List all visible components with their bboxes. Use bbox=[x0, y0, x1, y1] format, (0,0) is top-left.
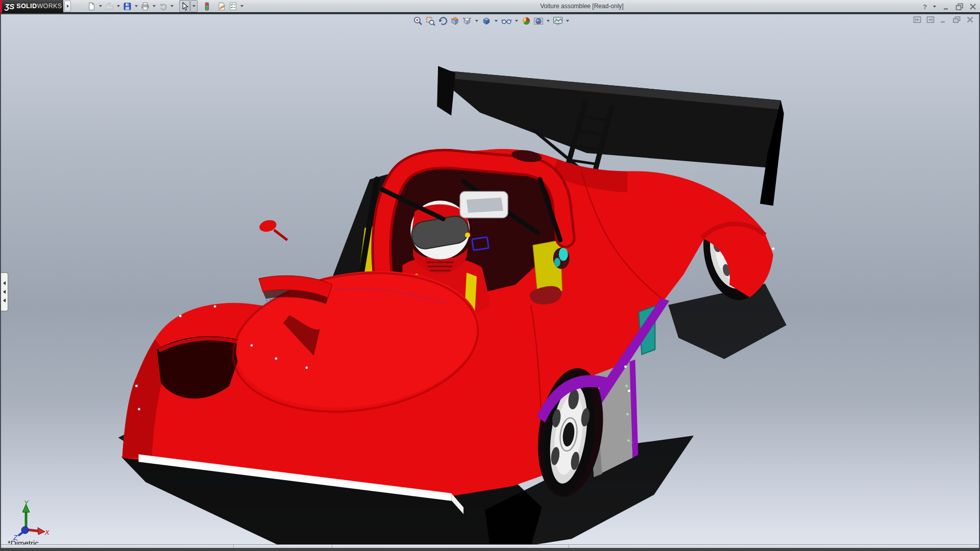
open-document-button[interactable] bbox=[104, 0, 115, 12]
view-settings-caret[interactable] bbox=[566, 20, 569, 22]
minimize-document-icon[interactable] bbox=[940, 16, 947, 23]
side-mirror[interactable] bbox=[258, 218, 287, 240]
solidworks-logo: ƷSSOLIDWORKS bbox=[0, 0, 63, 13]
solidworks-window: ƷSSOLIDWORKS bbox=[0, 0, 980, 551]
toolbar-flyout-button[interactable] bbox=[64, 1, 71, 12]
edit-appearance-button[interactable] bbox=[521, 15, 532, 27]
display-style-caret[interactable] bbox=[495, 20, 498, 22]
view-orientation-cube-icon bbox=[462, 16, 472, 26]
save-dropdown-caret[interactable] bbox=[135, 5, 138, 7]
section-view-icon bbox=[450, 16, 460, 26]
expand-pane-arrow-icon bbox=[3, 290, 6, 294]
options-checklist-icon bbox=[229, 2, 237, 11]
heads-up-view-toolbar bbox=[412, 15, 571, 27]
standard-toolbar bbox=[86, 0, 245, 12]
save-button[interactable] bbox=[122, 0, 133, 12]
helmet-ear-dot bbox=[465, 233, 470, 238]
print-dropdown-caret[interactable] bbox=[153, 5, 156, 7]
close-window-icon[interactable] bbox=[969, 3, 977, 11]
graphics-viewport[interactable]: Y X Z *Dimetric bbox=[0, 14, 980, 548]
hide-show-glasses-icon bbox=[501, 16, 512, 26]
help-button[interactable]: ? bbox=[923, 3, 927, 11]
new-document-button[interactable] bbox=[86, 0, 97, 12]
feature-manager-collapsed-tab[interactable] bbox=[1, 272, 8, 311]
solidworks-logo-bold: SOLID bbox=[16, 3, 37, 10]
select-dropdown-caret bbox=[192, 5, 195, 7]
next-pane-icon[interactable] bbox=[926, 16, 935, 23]
zoom-to-area-button[interactable] bbox=[425, 15, 436, 27]
previous-view-button[interactable] bbox=[437, 15, 448, 27]
print-icon bbox=[141, 2, 150, 11]
status-strip bbox=[1, 544, 979, 548]
solidworks-logo-mark: ƷS bbox=[5, 2, 14, 11]
select-tool-button[interactable] bbox=[179, 0, 190, 12]
orientation-triad[interactable]: Y X Z bbox=[9, 499, 49, 540]
rear-view-mirror[interactable] bbox=[460, 191, 508, 218]
help-dropdown-caret[interactable] bbox=[933, 6, 936, 8]
view-orientation-caret[interactable] bbox=[475, 20, 478, 22]
solidworks-logo-light: WORKS bbox=[37, 3, 62, 10]
options-dropdown-caret[interactable] bbox=[240, 5, 243, 7]
restore-document-icon[interactable] bbox=[952, 16, 961, 23]
apply-scene-button[interactable] bbox=[533, 15, 544, 27]
teal-marker-light-small[interactable] bbox=[554, 258, 560, 267]
display-style-button[interactable] bbox=[481, 15, 492, 27]
title-bar: ƷSSOLIDWORKS bbox=[0, 0, 980, 13]
view-settings-monitor-icon bbox=[553, 16, 563, 26]
open-folder-icon bbox=[105, 2, 114, 11]
new-document-icon bbox=[87, 2, 96, 11]
select-dropdown-button[interactable] bbox=[190, 0, 198, 12]
undo-dropdown-caret[interactable] bbox=[170, 5, 174, 7]
zoom-to-fit-icon bbox=[413, 16, 423, 26]
rebuild-button[interactable] bbox=[202, 0, 212, 12]
close-document-icon[interactable] bbox=[966, 16, 974, 23]
minimize-window-icon[interactable] bbox=[942, 3, 950, 11]
previous-pane-icon[interactable] bbox=[913, 16, 921, 23]
apply-scene-icon bbox=[533, 16, 544, 26]
triad-x-label: X bbox=[44, 529, 49, 536]
window-controls: ? bbox=[923, 0, 977, 13]
zoom-to-fit-button[interactable] bbox=[412, 15, 424, 27]
select-cursor-icon bbox=[180, 2, 189, 11]
hide-show-items-caret[interactable] bbox=[515, 20, 518, 22]
teal-marker-light[interactable] bbox=[559, 248, 568, 261]
file-properties-button[interactable] bbox=[216, 0, 227, 12]
edit-appearance-sphere-icon bbox=[521, 16, 531, 26]
restore-window-icon[interactable] bbox=[955, 3, 964, 11]
file-properties-icon bbox=[217, 2, 226, 11]
print-button[interactable] bbox=[140, 0, 151, 12]
view-settings-button[interactable] bbox=[552, 15, 564, 27]
undo-button[interactable] bbox=[158, 0, 168, 12]
zoom-to-area-icon bbox=[425, 16, 435, 26]
save-floppy-icon bbox=[123, 2, 132, 11]
apply-scene-caret[interactable] bbox=[547, 20, 550, 22]
new-dropdown-caret[interactable] bbox=[99, 5, 102, 7]
rebuild-traffic-light-icon bbox=[203, 2, 211, 11]
view-orientation-button[interactable] bbox=[461, 15, 473, 27]
help-icon: ? bbox=[923, 3, 927, 11]
hide-show-items-button[interactable] bbox=[500, 15, 512, 27]
section-view-button[interactable] bbox=[449, 15, 460, 27]
document-window-controls bbox=[913, 16, 974, 23]
options-button[interactable] bbox=[228, 0, 238, 12]
undo-icon bbox=[159, 2, 167, 11]
expand-pane-arrow-icon bbox=[3, 281, 6, 285]
viewport-canvas[interactable] bbox=[1, 14, 979, 548]
open-dropdown-caret[interactable] bbox=[117, 5, 120, 7]
wing-endplate-left[interactable] bbox=[437, 66, 455, 115]
triad-y-label: Y bbox=[24, 499, 29, 507]
document-title: Voiture assomblee [Read-only] bbox=[540, 0, 623, 13]
flyout-arrow-icon bbox=[67, 5, 69, 8]
expand-pane-arrow-icon bbox=[3, 298, 6, 303]
previous-view-icon bbox=[437, 16, 448, 26]
display-style-cube-icon bbox=[481, 16, 492, 26]
